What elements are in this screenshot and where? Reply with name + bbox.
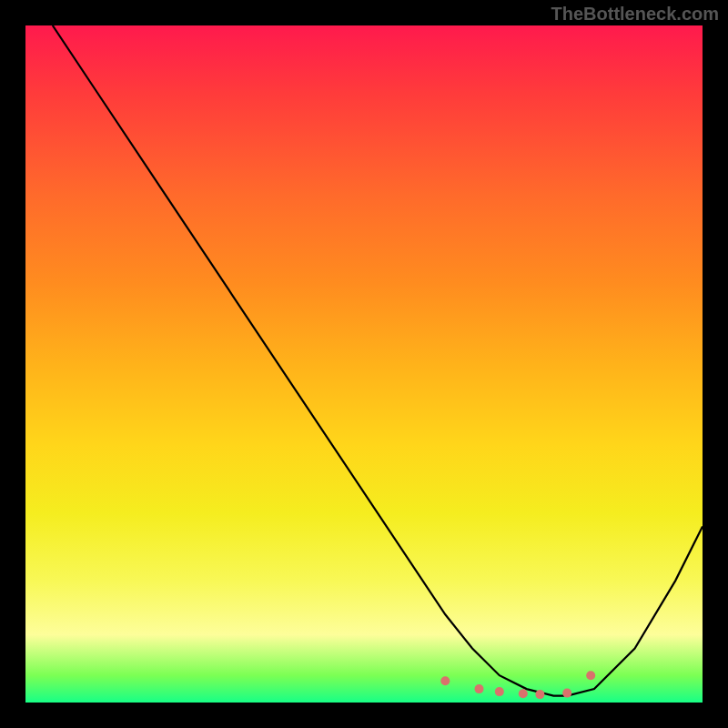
chart-marker-dot [586,671,595,680]
chart-marker-dot [440,676,450,685]
chart-marker-dot [519,689,528,698]
chart-marker-dot [475,684,484,693]
chart-marker-dot [495,687,504,696]
chart-plot-area [25,25,703,703]
watermark-text: TheBottleneck.com [551,4,719,25]
chart-marker-dot [535,690,544,699]
chart-curve-line [53,25,703,696]
chart-svg [25,25,703,703]
chart-marker-dot [562,689,571,698]
